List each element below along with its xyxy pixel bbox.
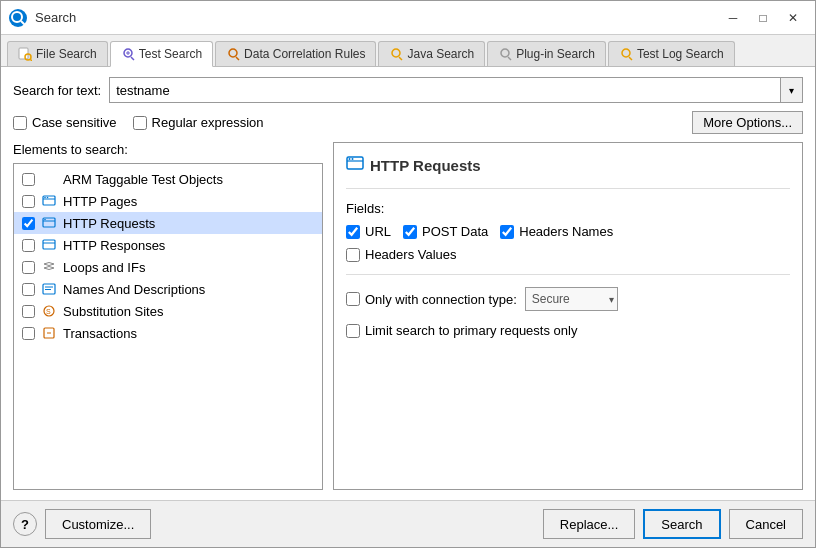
search-for-row: Search for text: ▾ (13, 77, 803, 103)
svg-point-13 (501, 49, 509, 57)
transactions-label: Transactions (63, 326, 137, 341)
connection-type-checkbox[interactable] (346, 292, 360, 306)
java-search-tab-label: Java Search (407, 47, 474, 61)
connection-type-label[interactable]: Only with connection type: (346, 292, 517, 307)
minimize-button[interactable]: ─ (719, 7, 747, 29)
limit-search-row: Limit search to primary requests only (346, 323, 790, 338)
regular-expression-text: Regular expression (152, 115, 264, 130)
case-sensitive-checkbox[interactable] (13, 116, 27, 130)
headers-values-text: Headers Values (365, 247, 457, 262)
loops-ifs-icon (41, 259, 57, 275)
tab-test-log-search[interactable]: Test Log Search (608, 41, 735, 66)
headers-values-field-label[interactable]: Headers Values (346, 247, 457, 262)
checkbox-names-desc[interactable] (22, 283, 35, 296)
fields-row-2: Headers Values (346, 247, 790, 262)
case-sensitive-text: Case sensitive (32, 115, 117, 130)
file-search-tab-label: File Search (36, 47, 97, 61)
svg-line-10 (236, 57, 239, 60)
post-data-text: POST Data (422, 224, 488, 239)
list-item-http-pages[interactable]: HTTP Pages (14, 190, 322, 212)
svg-point-19 (44, 197, 46, 199)
test-log-search-tab-label: Test Log Search (637, 47, 724, 61)
elements-panel: Elements to search: ARM Taggable Test Ob… (13, 142, 323, 490)
plugin-search-tab-icon (498, 47, 512, 61)
http-requests-icon (41, 215, 57, 231)
checkbox-loops-ifs[interactable] (22, 261, 35, 274)
tab-test-search[interactable]: Test Search (110, 41, 213, 67)
regular-expression-label[interactable]: Regular expression (133, 115, 264, 130)
http-pages-icon (41, 193, 57, 209)
case-sensitive-label[interactable]: Case sensitive (13, 115, 117, 130)
cancel-button[interactable]: Cancel (729, 509, 803, 539)
names-desc-icon (41, 281, 57, 297)
detail-panel: HTTP Requests Fields: URL POST Data (333, 142, 803, 490)
http-responses-icon (41, 237, 57, 253)
checkbox-arm[interactable] (22, 173, 35, 186)
url-checkbox[interactable] (346, 225, 360, 239)
tab-java-search[interactable]: Java Search (378, 41, 485, 66)
list-item-http-requests[interactable]: HTTP Requests (14, 212, 322, 234)
connection-type-select-wrap: Secure Non-Secure Any (525, 287, 618, 311)
elements-list: ARM Taggable Test Objects (13, 163, 323, 490)
list-item-http-responses[interactable]: HTTP Responses (14, 234, 322, 256)
svg-line-16 (629, 57, 632, 60)
test-log-search-tab-icon (619, 47, 633, 61)
test-search-tab-icon (121, 47, 135, 61)
sub-sites-label: Substitution Sites (63, 304, 163, 319)
checkbox-transactions[interactable] (22, 327, 35, 340)
checkbox-http-requests[interactable] (22, 217, 35, 230)
post-data-field-label[interactable]: POST Data (403, 224, 488, 239)
tab-file-search[interactable]: File Search (7, 41, 108, 66)
headers-names-checkbox[interactable] (500, 225, 514, 239)
http-pages-label: HTTP Pages (63, 194, 137, 209)
names-desc-label: Names And Descriptions (63, 282, 205, 297)
regular-expression-checkbox[interactable] (133, 116, 147, 130)
svg-point-23 (44, 219, 46, 221)
window-controls: ─ □ ✕ (719, 7, 807, 29)
customize-button[interactable]: Customize... (45, 509, 151, 539)
checkbox-http-responses[interactable] (22, 239, 35, 252)
headers-values-checkbox[interactable] (346, 248, 360, 262)
list-item-arm[interactable]: ARM Taggable Test Objects (14, 168, 322, 190)
list-item-sub-sites[interactable]: S Substitution Sites (14, 300, 322, 322)
plugin-search-tab-label: Plug-in Search (516, 47, 595, 61)
headers-names-field-label[interactable]: Headers Names (500, 224, 613, 239)
search-dropdown-button[interactable]: ▾ (781, 77, 803, 103)
list-item-names-desc[interactable]: Names And Descriptions (14, 278, 322, 300)
maximize-button[interactable]: □ (749, 7, 777, 29)
headers-names-text: Headers Names (519, 224, 613, 239)
limit-search-checkbox[interactable] (346, 324, 360, 338)
url-text: URL (365, 224, 391, 239)
list-item-loops-ifs[interactable]: Loops and IFs (14, 256, 322, 278)
svg-point-11 (392, 49, 400, 57)
post-data-checkbox[interactable] (403, 225, 417, 239)
svg-point-35 (349, 158, 351, 160)
checkbox-sub-sites[interactable] (22, 305, 35, 318)
transactions-icon (41, 325, 57, 341)
search-for-label: Search for text: (13, 83, 101, 98)
data-correlation-tab-label: Data Correlation Rules (244, 47, 365, 61)
close-button[interactable]: ✕ (779, 7, 807, 29)
svg-point-0 (12, 12, 22, 22)
checkbox-http-pages[interactable] (22, 195, 35, 208)
tab-data-correlation[interactable]: Data Correlation Rules (215, 41, 376, 66)
svg-rect-24 (43, 240, 55, 249)
url-field-label[interactable]: URL (346, 224, 391, 239)
svg-point-15 (622, 49, 630, 57)
tab-plugin-search[interactable]: Plug-in Search (487, 41, 606, 66)
svg-point-9 (229, 49, 237, 57)
http-requests-label: HTTP Requests (63, 216, 155, 231)
list-item-transactions[interactable]: Transactions (14, 322, 322, 344)
more-options-button[interactable]: More Options... (692, 111, 803, 134)
limit-search-label[interactable]: Limit search to primary requests only (346, 323, 577, 338)
replace-button[interactable]: Replace... (543, 509, 636, 539)
connection-type-select[interactable]: Secure Non-Secure Any (525, 287, 618, 311)
svg-line-12 (399, 57, 402, 60)
file-search-tab-icon (18, 47, 32, 61)
search-button[interactable]: Search (643, 509, 720, 539)
search-input[interactable] (109, 77, 781, 103)
arm-icon (41, 171, 57, 187)
help-button[interactable]: ? (13, 512, 37, 536)
detail-separator (346, 188, 790, 189)
detail-title: HTTP Requests (346, 155, 790, 176)
